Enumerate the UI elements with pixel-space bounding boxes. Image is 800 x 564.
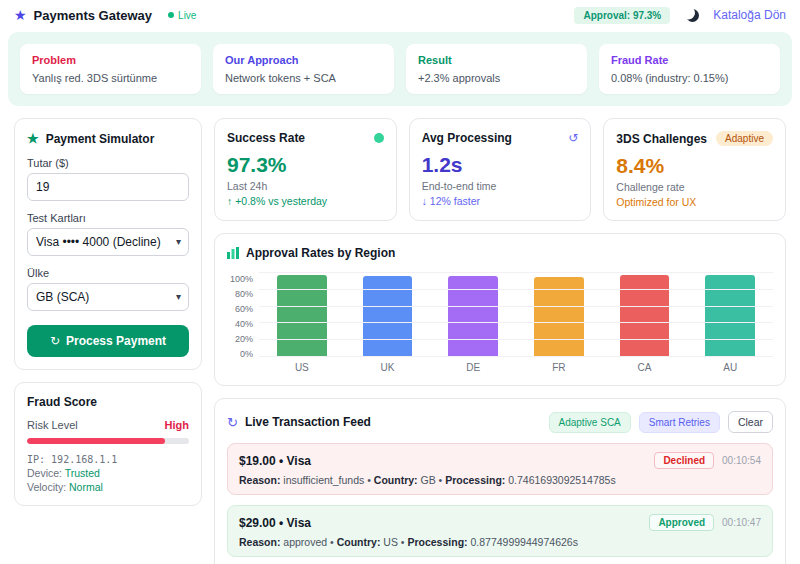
chart-title: Approval Rates by Region: [246, 246, 395, 260]
hero-card-title: Our Approach: [225, 54, 382, 66]
gridline: [259, 356, 773, 357]
transaction-meta: Reason: insufficient_funds • Country: GB…: [239, 474, 761, 486]
process-payment-button[interactable]: ↻Process Payment: [27, 325, 189, 357]
risk-progress-track: [27, 438, 189, 444]
transaction-status-badge: Approved: [649, 514, 714, 531]
hero-card-problem: Problem Yanlış red. 3DS sürtünme: [20, 44, 201, 94]
status-dot-icon: [374, 133, 384, 143]
transaction-status-badge: Declined: [654, 452, 714, 469]
smart-retries-chip[interactable]: Smart Retries: [639, 412, 720, 433]
y-tick-label: 60%: [235, 305, 253, 314]
bar-chart-icon: [227, 247, 239, 259]
back-to-catalog-link[interactable]: Kataloğa Dön: [713, 8, 786, 22]
meta-label: Reason:: [239, 474, 280, 486]
feed-title: Live Transaction Feed: [245, 415, 371, 429]
test-cards-label: Test Kartları: [27, 212, 189, 224]
brand-star-icon: ★: [14, 7, 27, 23]
moon-theme-toggle-icon[interactable]: [686, 9, 699, 22]
transaction-row: $29.00 • VisaApproved00:10:47Reason: app…: [227, 505, 773, 557]
y-tick-label: 20%: [235, 335, 253, 344]
left-column: ★ Payment Simulator Tutar ($) Test Kartl…: [14, 118, 202, 564]
simulator-header: ★ Payment Simulator: [27, 131, 189, 146]
right-column: Success Rate 97.3% Last 24h ↑ +0.8% vs y…: [214, 118, 786, 564]
y-tick-label: 80%: [235, 290, 253, 299]
success-rate-sub: Last 24h: [227, 180, 384, 192]
threeds-challenges-card: 3DS Challenges Adaptive 8.4% Challenge r…: [603, 118, 786, 221]
meta-label: Processing:: [407, 536, 467, 548]
refresh-icon: ↻: [50, 334, 60, 348]
live-label: Live: [178, 10, 196, 21]
hero-card-body: +2.3% approvals: [418, 72, 575, 84]
y-tick-label: 100%: [230, 275, 253, 284]
avg-processing-value: 1.2s: [422, 153, 579, 177]
bar-au: [705, 275, 755, 356]
threeds-value: 8.4%: [616, 154, 773, 178]
clear-button[interactable]: Clear: [728, 411, 773, 433]
amount-label: Tutar ($): [27, 157, 189, 169]
country-select[interactable]: GB (SCA): [27, 283, 189, 311]
chart-x-axis: USUKDEFRCAAU: [259, 362, 773, 373]
gridline: [259, 322, 773, 323]
x-tick-label: AU: [687, 362, 773, 373]
payment-simulator-panel: ★ Payment Simulator Tutar ($) Test Kartl…: [14, 118, 202, 370]
velocity-value: Normal: [69, 481, 103, 493]
device-line: Device: Trusted: [27, 467, 189, 479]
adaptive-sca-chip[interactable]: Adaptive SCA: [549, 412, 631, 433]
success-rate-value: 97.3%: [227, 153, 384, 177]
bar-column: [602, 272, 688, 356]
hero-card-title: Fraud Rate: [611, 54, 768, 66]
hero-card-body: Network tokens + SCA: [225, 72, 382, 84]
x-tick-label: UK: [345, 362, 431, 373]
y-tick-label: 40%: [235, 320, 253, 329]
y-tick-label: 0%: [240, 350, 253, 359]
ip-label: IP:: [27, 454, 45, 465]
avg-processing-trend: ↓ 12% faster: [422, 195, 579, 207]
chart-plot-area: [259, 272, 773, 356]
bar-ca: [620, 275, 670, 356]
device-value: Trusted: [65, 467, 100, 479]
refresh-icon: ↺: [568, 131, 578, 145]
velocity-line: Velocity: Normal: [27, 481, 189, 493]
chart-body: 100%80%60%40%20%0%: [227, 272, 773, 356]
transaction-time: 00:10:47: [722, 517, 761, 528]
hero-card-approach: Our Approach Network tokens + SCA: [213, 44, 394, 94]
success-rate-card: Success Rate 97.3% Last 24h ↑ +0.8% vs y…: [214, 118, 397, 221]
threeds-title: 3DS Challenges: [616, 132, 707, 146]
feed-filter-badges: Adaptive SCA Smart Retries Clear: [549, 411, 773, 433]
hero-card-body: 0.08% (industry: 0.15%): [611, 72, 768, 84]
hero-card-body: Yanlış red. 3DS sürtünme: [32, 72, 189, 84]
approval-badge: Approval: 97.3%: [574, 7, 670, 24]
chart-y-axis: 100%80%60%40%20%0%: [227, 272, 259, 356]
hero-card-title: Problem: [32, 54, 189, 66]
risk-level-row: Risk Level High: [27, 419, 189, 431]
avg-processing-title: Avg Processing: [422, 131, 512, 145]
bar-column: [345, 272, 431, 356]
gridline: [259, 306, 773, 307]
metric-cards-row: Success Rate 97.3% Last 24h ↑ +0.8% vs y…: [214, 118, 786, 221]
threeds-sub: Challenge rate: [616, 181, 773, 193]
amount-input[interactable]: [27, 173, 189, 201]
transaction-title: $29.00 • Visa: [239, 516, 311, 530]
gridline: [259, 339, 773, 340]
fraud-score-panel: Fraud Score Risk Level High IP: 192.168.…: [14, 382, 202, 506]
x-tick-label: DE: [430, 362, 516, 373]
chart-header: Approval Rates by Region: [227, 246, 773, 260]
velocity-label: Velocity:: [27, 481, 66, 493]
simulator-title: Payment Simulator: [46, 132, 155, 146]
live-dot-icon: [168, 12, 174, 18]
app-title: Payments Gateway: [34, 8, 153, 23]
process-payment-label: Process Payment: [66, 334, 166, 348]
transaction-list: $19.00 • VisaDeclined00:10:54Reason: ins…: [227, 443, 773, 564]
live-transaction-feed-card: ↻ Live Transaction Feed Adaptive SCA Sma…: [214, 398, 786, 564]
risk-level-label: Risk Level: [27, 419, 78, 431]
transaction-meta: Reason: approved • Country: US • Process…: [239, 536, 761, 548]
country-select-wrap: GB (SCA) ▾: [27, 283, 189, 311]
card-select[interactable]: Visa •••• 4000 (Decline): [27, 228, 189, 256]
bar-us: [277, 275, 327, 356]
approval-rates-chart-card: Approval Rates by Region 100%80%60%40%20…: [214, 233, 786, 386]
bar-column: [259, 272, 345, 356]
gridline: [259, 272, 773, 273]
risk-progress-fill: [27, 438, 165, 444]
risk-level-value: High: [165, 419, 189, 431]
hero-strip: Problem Yanlış red. 3DS sürtünme Our App…: [8, 32, 792, 106]
